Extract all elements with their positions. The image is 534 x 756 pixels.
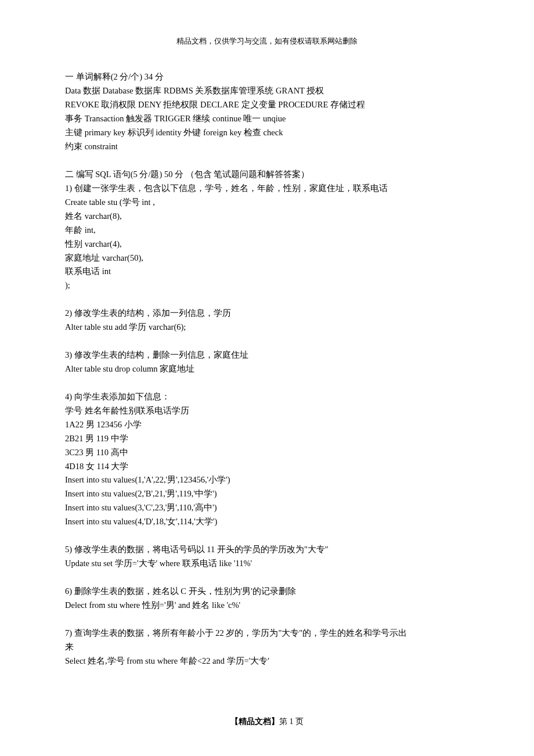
section-1-line: Data 数据 Database 数据库 RDBMS 关系数据库管理系统 GRA… (65, 84, 469, 98)
q3-answer: Alter table stu drop column 家庭地址 (65, 362, 469, 376)
q3-prompt: 3) 修改学生表的结构，删除一列信息，家庭住址 (65, 348, 469, 362)
q1-code: 联系电话 int (65, 265, 469, 279)
page-footer: 【精品文档】第 1 页 (0, 715, 534, 728)
q4-row: 3C23 男 110 高中 (65, 446, 469, 460)
section-1-title: 一 单词解释(2 分/个) 34 分 (65, 70, 469, 84)
q4-insert: Insert into stu values(2,'B',21,'男',119,… (65, 487, 469, 501)
q1-code: ); (65, 279, 469, 293)
q1-code: 家庭地址 varchar(50), (65, 251, 469, 265)
q4-header: 学号 姓名年龄性别联系电话学历 (65, 404, 469, 418)
q2-prompt: 2) 修改学生表的结构，添加一列信息，学历 (65, 307, 469, 321)
header-notice-text: 精品文档，仅供学习与交流，如有侵权请联系网站删除 (176, 37, 358, 45)
section-1-line: REVOKE 取消权限 DENY 拒绝权限 DECLARE 定义变量 PROCE… (65, 98, 469, 112)
footer-page-label: 第 1 页 (279, 717, 304, 726)
q4-row: 1A22 男 123456 小学 (65, 418, 469, 432)
q4-row: 2B21 男 119 中学 (65, 432, 469, 446)
q1-code: Create table stu (学号 int , (65, 196, 469, 210)
footer-prefix: 【精品文档】 (230, 717, 279, 726)
q6-prompt: 6) 删除学生表的数据，姓名以 C 开头，性别为'男'的记录删除 (65, 585, 469, 599)
header-notice: 精品文档，仅供学习与交流，如有侵权请联系网站删除 (65, 35, 469, 47)
section-1-line: 约束 constraint (65, 140, 469, 154)
q4-row: 4D18 女 114 大学 (65, 460, 469, 474)
q7-answer: Select 姓名,学号 from stu where 年龄<22 and 学历… (65, 654, 469, 668)
section-1-line: 事务 Transaction 触发器 TRIGGER 继续 continue 唯… (65, 112, 469, 126)
q5-prompt: 5) 修改学生表的数据，将电话号码以 11 开头的学员的学历改为"大专" (65, 543, 469, 557)
q1-code: 性别 varchar(4), (65, 237, 469, 251)
section-1-line: 主键 primary key 标识列 identity 外键 foreign k… (65, 126, 469, 140)
q7-prompt: 7) 查询学生表的数据，将所有年龄小于 22 岁的，学历为"大专"的，学生的姓名… (65, 627, 469, 640)
document-content: 一 单词解释(2 分/个) 34 分 Data 数据 Database 数据库 … (65, 70, 469, 668)
q1-code: 姓名 varchar(8), (65, 210, 469, 224)
q7-prompt-cont: 来 (65, 640, 469, 654)
q4-insert: Insert into stu values(1,'A',22,'男',1234… (65, 473, 469, 487)
q4-insert: Insert into stu values(4,'D',18,'女',114,… (65, 515, 469, 529)
q6-answer: Delect from stu where 性别='男' and 姓名 like… (65, 599, 469, 613)
q1-prompt: 1) 创建一张学生表，包含以下信息，学号，姓名，年龄，性别，家庭住址，联系电话 (65, 182, 469, 196)
q2-answer: Alter table stu add 学历 varchar(6); (65, 321, 469, 334)
q1-code: 年龄 int, (65, 224, 469, 237)
q4-insert: Insert into stu values(3,'C',23,'男',110,… (65, 501, 469, 515)
q4-prompt: 4) 向学生表添加如下信息： (65, 390, 469, 404)
q5-answer: Update stu set 学历='大专' where 联系电话 like '… (65, 557, 469, 571)
section-2-title: 二 编写 SQL 语句(5 分/题) 50 分 （包含 笔试题问题和解答答案） (65, 168, 469, 182)
